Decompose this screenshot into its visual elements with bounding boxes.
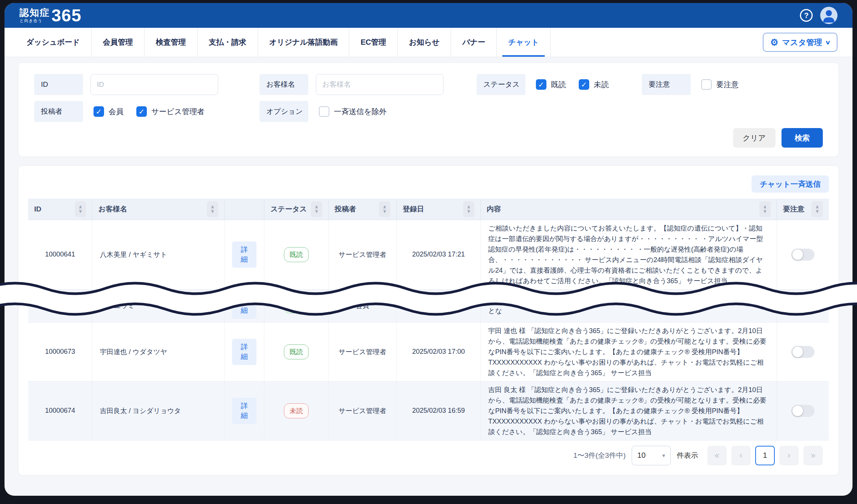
help-icon[interactable]: ? bbox=[800, 9, 813, 22]
pagination-first-button[interactable]: « bbox=[707, 446, 727, 465]
filter-checkbox-item[interactable]: 既読 bbox=[536, 79, 566, 90]
page-size-suffix: 件表示 bbox=[677, 451, 698, 460]
user-avatar[interactable] bbox=[820, 7, 837, 24]
attention-toggle[interactable] bbox=[791, 405, 815, 417]
top-header: 認知症 と向き合う 365 ? bbox=[5, 3, 852, 28]
master-admin-label: マスタ管理 bbox=[782, 37, 822, 48]
checkbox-checked-icon[interactable] bbox=[579, 79, 589, 90]
cell-customer-name: 八木美里 / ヤギミサト bbox=[92, 220, 225, 289]
gear-icon: ⚙ bbox=[770, 38, 779, 47]
nav-tab-3[interactable]: 検査管理 bbox=[145, 28, 198, 57]
poster-checkbox-group: 会員サービス管理者 bbox=[94, 106, 204, 117]
column-header-label: 内容 bbox=[487, 204, 501, 214]
pagination-last-button[interactable]: » bbox=[803, 446, 823, 465]
cell-customer-name: カイユウミ bbox=[92, 289, 225, 322]
sort-icon[interactable]: ∧∨ bbox=[812, 201, 823, 217]
toggle-knob bbox=[792, 347, 803, 357]
cell-poster: サービス管理者 bbox=[328, 322, 396, 381]
cell-detail: 詳細 bbox=[224, 289, 264, 322]
column-header-label: ステータス bbox=[270, 204, 307, 214]
attention-toggle[interactable] bbox=[791, 346, 815, 358]
attention-toggle[interactable] bbox=[791, 249, 815, 261]
nav-tab-5[interactable]: オリジナル落語動画 bbox=[258, 28, 349, 57]
search-button[interactable]: 検索 bbox=[782, 128, 823, 148]
checkbox-checked-icon[interactable] bbox=[94, 106, 104, 117]
nav-tab-6[interactable]: EC管理 bbox=[349, 28, 398, 57]
nav-tab-2[interactable]: 会員管理 bbox=[92, 28, 145, 57]
sort-icon[interactable]: ∧∨ bbox=[463, 201, 474, 217]
filter-checkbox-item[interactable]: 一斉送信を除外 bbox=[319, 106, 386, 117]
status-badge: 既読 bbox=[284, 247, 309, 262]
pagination-prev-button[interactable]: ‹ bbox=[731, 446, 751, 465]
filter-label-option: オプション bbox=[260, 101, 308, 122]
nav-tab-7[interactable]: お知らせ bbox=[398, 28, 451, 57]
cell-content-text: 吉田 良太 様 「認知症と向き合う365」にご登録いただきありがとうございます。… bbox=[488, 385, 769, 437]
nav-tab-9[interactable]: チャット bbox=[497, 28, 551, 57]
id-input[interactable] bbox=[91, 74, 218, 95]
checkbox-unchecked-icon[interactable] bbox=[319, 106, 329, 117]
sort-icon[interactable]: ∧∨ bbox=[379, 201, 390, 217]
chat-table: ID∧∨お客様名∧∨ステータス∧∨投稿者∧∨登録日∧∨内容∧∨要注意∧∨ 100… bbox=[28, 199, 829, 441]
customer-name-input[interactable] bbox=[316, 74, 444, 95]
cell-content: 宇田 達也 様 「認知症と向き合う365」にご登録いただきありがとうございます。… bbox=[481, 322, 777, 381]
table-row: 61カイユウミ詳細既読会員2025/02/0最近人の名前や言葉が出てこないことが… bbox=[28, 289, 829, 322]
cell-customer-name: 吉田良太 / ヨシダリョウタ bbox=[92, 381, 225, 440]
cell-attention bbox=[777, 381, 829, 440]
pagination: 1〜3件(全3件中) 10 ▾ 件表示 «‹1›» bbox=[28, 446, 829, 465]
table-row: 10000674吉田良太 / ヨシダリョウタ詳細未読サービス管理者2025/02… bbox=[28, 381, 829, 440]
cell-id: 10000674 bbox=[28, 381, 92, 440]
nav-tab-4[interactable]: 支払・請求 bbox=[198, 28, 258, 57]
filter-checkbox-item[interactable]: サービス管理者 bbox=[136, 106, 204, 117]
pagination-buttons: «‹1›» bbox=[707, 446, 823, 465]
pagination-page-1-button[interactable]: 1 bbox=[755, 446, 775, 465]
checkbox-checked-icon[interactable] bbox=[136, 106, 147, 117]
checkbox-label: 会員 bbox=[109, 107, 124, 117]
nav-tab-8[interactable]: バナー bbox=[451, 28, 497, 57]
cell-attention bbox=[777, 322, 829, 381]
detail-button[interactable]: 詳細 bbox=[232, 398, 257, 424]
detail-button[interactable]: 詳細 bbox=[232, 293, 257, 319]
checkbox-label: 一斉送信を除外 bbox=[334, 107, 386, 117]
cell-poster: サービス管理者 bbox=[328, 220, 396, 289]
sort-icon[interactable]: ∧∨ bbox=[75, 201, 86, 217]
nav-tab-1[interactable]: ダッシュボード bbox=[15, 28, 92, 57]
status-badge: 既読 bbox=[284, 298, 309, 313]
main-nav: ダッシュボード会員管理検査管理支払・請求オリジナル落語動画EC管理お知らせバナー… bbox=[5, 28, 852, 57]
clear-button[interactable]: クリア bbox=[733, 128, 776, 148]
option-checkbox-group: 一斉送信を除外 bbox=[319, 106, 386, 117]
master-admin-button[interactable]: ⚙ マスタ管理 ∨ bbox=[763, 33, 837, 52]
pagination-next-button[interactable]: › bbox=[779, 446, 799, 465]
checkbox-label: 要注意 bbox=[716, 80, 739, 90]
sort-icon[interactable]: ∧∨ bbox=[207, 201, 218, 217]
cell-content-text: 宇田 達也 様 「認知症と向き合う365」にご登録いただきありがとうございます。… bbox=[488, 326, 769, 378]
chevron-down-icon: ∨ bbox=[825, 39, 831, 46]
app-window: 認知症 と向き合う 365 ? ダッシュボード会員管理検査管理支払・請求オリジナ… bbox=[5, 3, 852, 496]
nav-tabs: ダッシュボード会員管理検査管理支払・請求オリジナル落語動画EC管理お知らせバナー… bbox=[15, 28, 551, 57]
detail-button[interactable]: 詳細 bbox=[232, 339, 257, 365]
sort-icon[interactable]: ∧∨ bbox=[311, 201, 322, 217]
cell-id: 10000641 bbox=[28, 220, 92, 289]
cell-status: 既読 bbox=[264, 289, 329, 322]
checkbox-label: 既読 bbox=[551, 80, 566, 90]
filter-label-id: ID bbox=[34, 74, 83, 95]
filter-checkbox-item[interactable]: 要注意 bbox=[701, 79, 739, 90]
filter-checkbox-item[interactable]: 会員 bbox=[94, 106, 124, 117]
filter-checkbox-item[interactable]: 未読 bbox=[579, 79, 609, 90]
chat-broadcast-button[interactable]: チャット一斉送信 bbox=[751, 175, 829, 193]
filter-group-customer: お客様名 bbox=[260, 74, 444, 95]
logo-number: 365 bbox=[51, 5, 81, 26]
chat-table-panel: チャット一斉送信 ID∧∨お客様名∧∨ステータス∧∨投稿者∧∨登録日∧∨内容∧∨… bbox=[18, 165, 839, 475]
checkbox-unchecked-icon[interactable] bbox=[701, 79, 712, 90]
cell-id: 61 bbox=[28, 289, 92, 322]
sort-icon[interactable]: ∧∨ bbox=[759, 201, 771, 217]
checkbox-checked-icon[interactable] bbox=[536, 79, 546, 90]
cell-poster: サービス管理者 bbox=[328, 381, 396, 440]
cell-date: 2025/02/03 17:00 bbox=[397, 322, 481, 381]
table-body: 10000641八木美里 / ヤギミサト詳細既読サービス管理者2025/02/0… bbox=[28, 220, 829, 440]
cell-content: ご相談いただきました内容についてお答えいたします。【認知症の遺伝について】・認知… bbox=[481, 220, 777, 289]
cell-content: 最近人の名前や言葉が出てこないことが良くあります。日々の生活習慣で気を付けるべき… bbox=[481, 289, 777, 322]
table-header-row: ID∧∨お客様名∧∨ステータス∧∨投稿者∧∨登録日∧∨内容∧∨要注意∧∨ bbox=[28, 199, 829, 220]
attention-toggle[interactable] bbox=[791, 300, 815, 312]
page-size-select[interactable]: 10 ▾ bbox=[632, 446, 671, 465]
detail-button[interactable]: 詳細 bbox=[232, 241, 257, 268]
